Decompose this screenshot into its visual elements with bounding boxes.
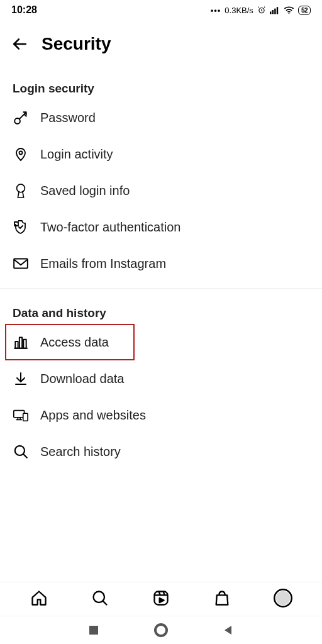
section-data-history-title: Data and history bbox=[0, 289, 322, 324]
svg-marker-26 bbox=[160, 598, 164, 602]
tab-shop[interactable] bbox=[213, 589, 231, 608]
label-apps-websites: Apps and websites bbox=[40, 408, 146, 423]
shield-check-icon bbox=[13, 219, 29, 235]
label-login-activity: Login activity bbox=[40, 147, 113, 162]
svg-rect-2 bbox=[272, 10, 273, 14]
bar-chart-icon bbox=[13, 334, 29, 350]
label-search-history: Search history bbox=[40, 445, 121, 459]
status-bar: 10:28 ••• 0.3KB/s 52 bbox=[0, 0, 322, 19]
label-access-data: Access data bbox=[40, 335, 109, 350]
row-two-factor[interactable]: Two-factor authentication bbox=[0, 209, 322, 245]
circle-icon bbox=[154, 623, 168, 637]
label-password: Password bbox=[40, 111, 96, 125]
tab-home[interactable] bbox=[30, 589, 48, 608]
system-nav-bar bbox=[0, 616, 322, 644]
download-icon bbox=[13, 370, 29, 387]
status-indicators: ••• 0.3KB/s 52 bbox=[211, 6, 311, 15]
row-saved-login[interactable]: Saved login info bbox=[0, 172, 322, 209]
battery-indicator: 52 bbox=[298, 6, 311, 15]
back-button[interactable] bbox=[11, 36, 28, 52]
row-apps-websites[interactable]: Apps and websites bbox=[0, 397, 322, 433]
devices-icon bbox=[13, 407, 29, 423]
tab-reels[interactable] bbox=[152, 589, 170, 608]
home-button[interactable] bbox=[154, 623, 168, 637]
profile-avatar-icon bbox=[274, 589, 292, 608]
envelope-icon bbox=[13, 255, 29, 272]
svg-rect-1 bbox=[270, 11, 271, 14]
triangle-left-icon bbox=[223, 625, 233, 635]
row-emails-instagram[interactable]: Emails from Instagram bbox=[0, 245, 322, 282]
page-title: Security bbox=[42, 34, 111, 54]
key-icon bbox=[13, 109, 29, 126]
svg-point-28 bbox=[275, 591, 290, 606]
label-emails-instagram: Emails from Instagram bbox=[40, 257, 166, 271]
location-pin-icon bbox=[13, 146, 29, 162]
page-header: Security bbox=[0, 19, 322, 64]
svg-rect-17 bbox=[23, 413, 28, 421]
svg-rect-29 bbox=[89, 626, 98, 635]
tab-search[interactable] bbox=[91, 589, 109, 608]
svg-point-8 bbox=[19, 152, 23, 155]
svg-rect-11 bbox=[15, 341, 18, 348]
svg-rect-3 bbox=[274, 9, 275, 14]
back-arrow-icon bbox=[11, 36, 28, 52]
svg-point-5 bbox=[288, 13, 289, 14]
svg-point-9 bbox=[17, 184, 25, 192]
svg-rect-13 bbox=[23, 340, 26, 348]
status-time: 10:28 bbox=[11, 4, 37, 16]
svg-marker-31 bbox=[225, 626, 231, 635]
reels-icon bbox=[152, 589, 170, 607]
network-speed: 0.3KB/s bbox=[225, 6, 253, 15]
shopping-bag-icon bbox=[213, 589, 231, 607]
svg-rect-10 bbox=[14, 258, 28, 268]
svg-rect-4 bbox=[277, 7, 278, 14]
label-saved-login: Saved login info bbox=[40, 184, 130, 198]
wifi-icon bbox=[284, 6, 294, 14]
keyhole-icon bbox=[13, 182, 29, 199]
svg-rect-12 bbox=[19, 337, 22, 348]
magnifier-icon bbox=[13, 443, 29, 460]
row-password[interactable]: Password bbox=[0, 99, 322, 136]
section-login-security-title: Login security bbox=[0, 64, 322, 99]
label-two-factor: Two-factor authentication bbox=[40, 220, 180, 235]
signal-icon bbox=[270, 6, 280, 14]
home-icon bbox=[30, 589, 48, 607]
row-search-history[interactable]: Search history bbox=[0, 433, 322, 470]
tab-profile[interactable] bbox=[274, 589, 292, 608]
search-icon bbox=[91, 589, 109, 607]
label-download-data: Download data bbox=[40, 372, 124, 386]
back-nav-button[interactable] bbox=[223, 625, 233, 635]
bottom-app-bar bbox=[0, 582, 322, 614]
row-download-data[interactable]: Download data bbox=[0, 360, 322, 397]
row-access-data[interactable]: Access data bbox=[5, 324, 135, 360]
more-dots-icon: ••• bbox=[211, 6, 221, 15]
svg-point-30 bbox=[155, 625, 167, 636]
square-icon bbox=[89, 625, 99, 635]
recent-apps-button[interactable] bbox=[89, 625, 99, 635]
svg-line-21 bbox=[103, 601, 107, 605]
svg-line-19 bbox=[23, 454, 26, 457]
alarm-icon bbox=[257, 6, 266, 14]
row-login-activity[interactable]: Login activity bbox=[0, 136, 322, 172]
